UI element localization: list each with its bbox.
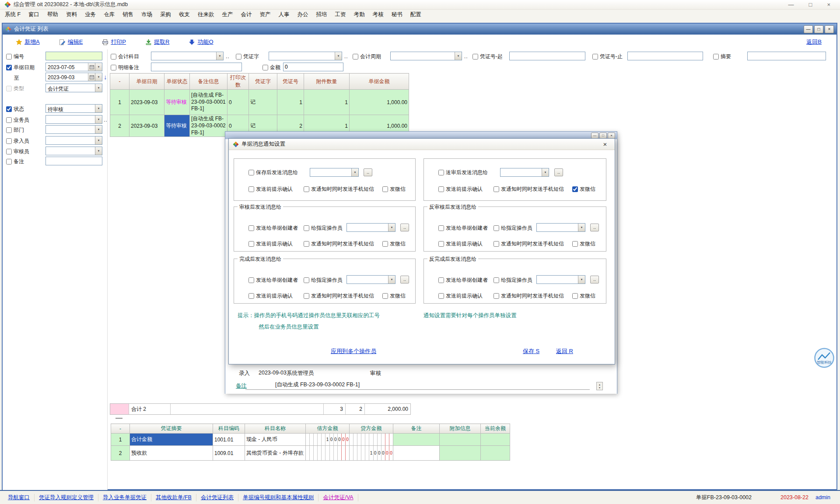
voucher-no-from-input[interactable] — [509, 52, 585, 60]
scroll-down-icon[interactable]: ▼ — [598, 386, 601, 389]
col-extra-info[interactable]: 附加信息 — [440, 424, 481, 434]
date-filter-checkbox-input[interactable] — [6, 65, 12, 70]
finish-sms-checkbox[interactable]: 发通知时同时发送手机短信 — [304, 292, 374, 300]
chevron-down-icon[interactable]: ▼ — [95, 126, 102, 133]
amount-filter-checkbox[interactable]: 金额 — [262, 64, 280, 71]
cell[interactable]: 1009.01 — [213, 446, 245, 461]
chevron-down-icon[interactable]: ▼ — [216, 52, 223, 60]
menu-secretary[interactable]: 秘书 — [388, 10, 406, 20]
chevron-down-icon[interactable]: ▼ — [95, 73, 102, 81]
number-filter-checkbox-input[interactable] — [6, 54, 12, 60]
menu-config[interactable]: 配置 — [406, 10, 425, 20]
auditor-select[interactable]: ▼ — [46, 147, 102, 155]
submit-sms-checkbox-input[interactable] — [494, 186, 499, 192]
cell[interactable]: 现金 - 人民币 — [245, 434, 306, 446]
amount-filter-checkbox-input[interactable] — [262, 65, 268, 70]
cell[interactable] — [481, 434, 510, 446]
unaudit-operator-checkbox-input[interactable] — [494, 225, 499, 231]
col-summary[interactable]: 凭证摘要 — [130, 424, 213, 434]
submit-wechat-checkbox[interactable]: 发微信 — [572, 186, 595, 193]
menu-office[interactable]: 办公 — [294, 10, 312, 20]
detail-note-filter-checkbox-input[interactable] — [111, 65, 116, 70]
cell[interactable]: [自动生成 FB-23-09-03-0001 FB-1] — [190, 90, 228, 115]
submit-send-checkbox-input[interactable] — [438, 170, 444, 175]
unaudit-sms-checkbox[interactable]: 发通知时同时发送手机短信 — [494, 240, 564, 248]
cell[interactable] — [440, 434, 481, 446]
entry-clerk-select[interactable]: ▼ — [46, 136, 102, 145]
statusbar-item-import-voucher[interactable]: 导入业务单据凭证 — [98, 494, 151, 501]
col-attach-count[interactable]: 附件数量 — [304, 74, 350, 90]
col-note[interactable]: 备注信息 — [190, 74, 228, 90]
unaudit-wechat-checkbox-input[interactable] — [572, 241, 578, 247]
audit-confirm-checkbox[interactable]: 发送前提示确认 — [248, 240, 293, 248]
cell[interactable]: 记 — [249, 90, 277, 115]
col-note[interactable]: 备注 — [393, 424, 440, 434]
salesman-select[interactable]: ▼ — [46, 115, 102, 124]
note-input[interactable]: [自动生成 FB-23-09-03-0002 FB-1] — [245, 381, 590, 390]
unaudit-operator-browse-button[interactable]: .. — [590, 224, 599, 231]
number-filter-checkbox[interactable]: 编号 — [6, 53, 24, 60]
submit-sms-checkbox[interactable]: 发通知时同时发送手机短信 — [494, 186, 564, 193]
credit-amount-cell[interactable]: 100000 — [350, 446, 393, 461]
voucher-no-from-checkbox[interactable]: 凭证号-起 — [472, 53, 503, 60]
save-recipient-browse-button[interactable]: .. — [364, 168, 372, 176]
chevron-down-icon[interactable]: ▼ — [95, 116, 102, 123]
col-debit[interactable]: 借方金额 — [306, 424, 350, 434]
cell[interactable]: [自动生成 FB-23-09-03-0002 FB-1] — [190, 115, 228, 137]
edit-button[interactable]: 编辑E — [59, 38, 83, 46]
audit-operator-browse-button[interactable]: .. — [400, 224, 409, 231]
submit-confirm-checkbox[interactable]: 发送前提示确认 — [438, 186, 483, 193]
save-send-checkbox[interactable]: 保存后发送消息给 — [248, 169, 298, 176]
col-credit[interactable]: 贷方金额 — [350, 424, 393, 434]
note-filter-input[interactable] — [46, 157, 102, 165]
col-print-count[interactable]: 打印次数 — [228, 74, 249, 90]
statusbar-item-nav[interactable]: 导航窗口 — [4, 494, 35, 501]
menu-window[interactable]: 窗口 — [24, 10, 43, 20]
cell[interactable]: 预收款 — [130, 446, 213, 461]
note-scroll-spinner[interactable]: ▲▼ — [596, 382, 603, 390]
close-icon[interactable]: × — [599, 140, 611, 148]
save-confirm-checkbox[interactable]: 发送前提示确认 — [248, 186, 293, 193]
menu-help[interactable]: 帮助 — [43, 10, 62, 20]
statusbar-item-import-rules[interactable]: 凭证导入规则定义管理 — [35, 494, 98, 501]
cell[interactable]: 等待审核 — [164, 90, 190, 115]
unaudit-confirm-checkbox-input[interactable] — [438, 241, 444, 247]
chevron-down-icon[interactable]: ▼ — [388, 276, 395, 284]
detail-note-filter-checkbox[interactable]: 明细备注 — [111, 64, 139, 71]
unfinish-confirm-checkbox-input[interactable] — [438, 293, 444, 299]
detail-note-filter-input[interactable] — [151, 63, 242, 71]
print-button[interactable]: 打印P — [102, 38, 126, 46]
unfinish-sms-checkbox[interactable]: 发通知时同时发送手机短信 — [494, 292, 564, 300]
chevron-down-icon[interactable]: ▼ — [388, 224, 395, 231]
unaudit-operator-select[interactable]: ▼ — [536, 223, 585, 232]
period-browse-button[interactable]: .. — [464, 53, 468, 60]
period-select[interactable]: ▼ — [390, 52, 462, 60]
date-to-select[interactable]: 2023-09-03 ▼ — [46, 73, 102, 81]
save-confirm-checkbox-input[interactable] — [248, 186, 254, 192]
voucher-no-to-checkbox[interactable]: 凭证号-止 — [592, 53, 623, 60]
cell[interactable]: 2023-09-03 — [130, 90, 164, 115]
chevron-down-icon[interactable]: ▼ — [578, 276, 585, 284]
col-account-code[interactable]: 科目编码 — [213, 424, 245, 434]
col-account-name[interactable]: 科目名称 — [245, 424, 306, 434]
menu-income-expense[interactable]: 收支 — [175, 10, 194, 20]
statusbar-item-receipt-fb[interactable]: 其他收款单/FB — [151, 494, 196, 501]
extract-button[interactable]: 提取R — [145, 38, 169, 46]
cell[interactable]: 1001.01 — [213, 434, 245, 446]
status-filter-checkbox-input[interactable] — [6, 106, 12, 112]
scroll-up-icon[interactable]: ▲ — [598, 383, 601, 386]
finish-wechat-checkbox-input[interactable] — [382, 293, 388, 299]
new-button[interactable]: 新增A — [16, 38, 40, 46]
voucher-word-filter-checkbox[interactable]: 凭证字 — [236, 53, 259, 60]
audit-creator-checkbox[interactable]: 发送给单据创建者 — [248, 224, 298, 232]
menu-data[interactable]: 资料 — [62, 10, 81, 20]
date-from-select[interactable]: 2023-07-05 ▼ — [46, 63, 102, 71]
menu-payroll[interactable]: 工资 — [331, 10, 350, 20]
salesman-filter-checkbox-input[interactable] — [6, 117, 12, 123]
audit-wechat-checkbox-input[interactable] — [382, 241, 388, 247]
cell[interactable] — [393, 446, 440, 461]
splitter-handle[interactable] — [116, 418, 122, 419]
cell[interactable]: 1,000.00 — [350, 90, 409, 115]
menu-market[interactable]: 市场 — [137, 10, 156, 20]
chevron-down-icon[interactable]: ▼ — [95, 136, 102, 144]
